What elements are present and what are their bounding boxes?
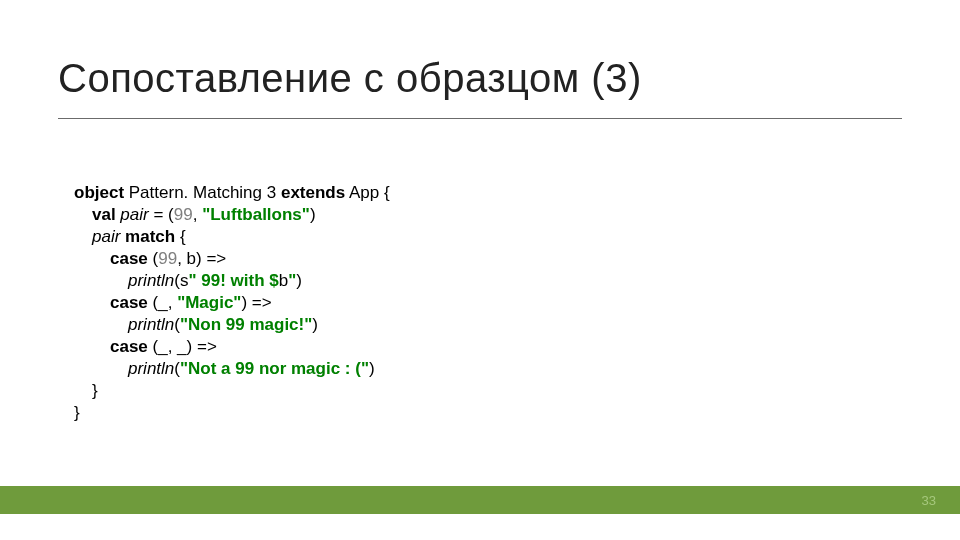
str-non99: "Non 99 magic!": [180, 315, 312, 334]
code-line-11: }: [74, 403, 80, 422]
slide: Сопоставление с образцом (3) object Patt…: [0, 0, 960, 540]
kw-object: object: [74, 183, 124, 202]
footer-bar: [0, 486, 960, 514]
code-line-9: println("Not a 99 nor magic : ("): [74, 359, 375, 378]
page-number: 33: [922, 493, 936, 508]
text: (_,: [148, 293, 177, 312]
num-99: 99: [174, 205, 193, 224]
code-line-8: case (_, _) =>: [74, 337, 217, 356]
code-line-4: case (99, b) =>: [74, 249, 226, 268]
text: ): [369, 359, 375, 378]
text: ) =>: [241, 293, 271, 312]
text: ): [310, 205, 316, 224]
text: ,: [193, 205, 202, 224]
str-nota99: "Not a 99 nor magic : (": [180, 359, 369, 378]
var-pair: pair: [92, 227, 120, 246]
kw-case: case: [110, 337, 148, 356]
class-name: Pattern. Matching 3: [124, 183, 281, 202]
code-line-5: println(s" 99! with $b"): [74, 271, 302, 290]
kw-case: case: [110, 249, 148, 268]
text: (: [148, 249, 158, 268]
brace: }: [92, 381, 98, 400]
str-luftballons: "Luftballons": [202, 205, 310, 224]
code-line-10: }: [74, 381, 98, 400]
fn-println: println: [128, 315, 174, 334]
code-line-1: object Pattern. Matching 3 extends App {: [74, 183, 390, 202]
var-pair: pair: [116, 205, 149, 224]
title-underline: [58, 118, 902, 119]
kw-val: val: [92, 205, 116, 224]
num-99: 99: [158, 249, 177, 268]
str-part: " 99! with $: [188, 271, 278, 290]
code-line-6: case (_, "Magic") =>: [74, 293, 272, 312]
code-block: object Pattern. Matching 3 extends App {…: [74, 160, 390, 424]
kw-case: case: [110, 293, 148, 312]
fn-println: println: [128, 359, 174, 378]
text: ): [312, 315, 318, 334]
kw-extends: extends: [281, 183, 345, 202]
fn-println: println: [128, 271, 174, 290]
slide-title: Сопоставление с образцом (3): [58, 56, 642, 101]
kw-match: match: [125, 227, 175, 246]
text: App {: [345, 183, 389, 202]
brace: }: [74, 403, 80, 422]
code-line-7: println("Non 99 magic!"): [74, 315, 318, 334]
text: ): [296, 271, 302, 290]
code-line-3: pair match {: [74, 227, 186, 246]
text: , b) =>: [177, 249, 226, 268]
var-b: b: [279, 271, 288, 290]
text: = (: [149, 205, 174, 224]
text: {: [175, 227, 185, 246]
code-line-2: val pair = (99, "Luftballons"): [74, 205, 316, 224]
str-magic: "Magic": [177, 293, 241, 312]
text: (_, _) =>: [148, 337, 217, 356]
